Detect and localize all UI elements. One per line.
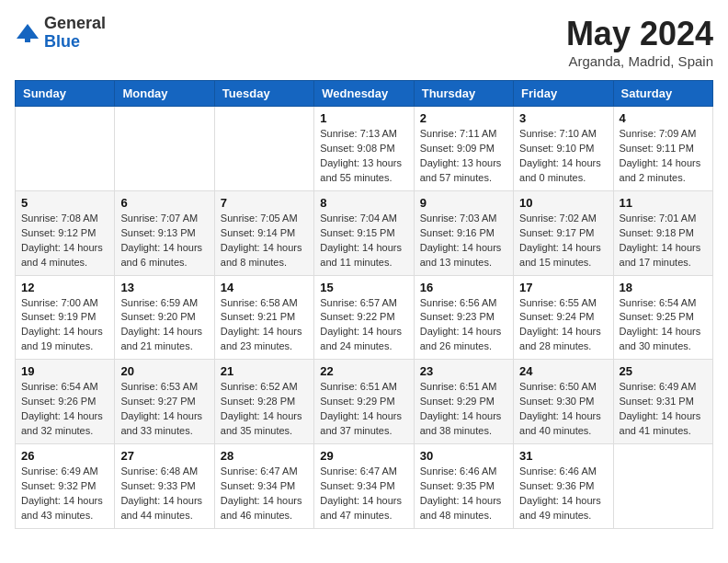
day-info-line: Sunset: 9:28 PM [221,395,308,409]
day-info-line: and 21 minutes. [120,339,208,354]
day-number: 15 [320,281,407,294]
logo: General Blue [15,15,106,52]
day-info-line: Sunrise: 6:54 AM [620,296,707,311]
day-info: Sunrise: 6:47 AMSunset: 9:34 PMDaylight:… [221,465,308,523]
day-info-line: Sunrise: 6:51 AM [320,380,407,395]
day-number: 20 [120,364,208,378]
day-info: Sunrise: 7:13 AMSunset: 9:08 PMDaylight:… [320,127,407,186]
day-info-line: Sunset: 9:15 PM [320,226,407,241]
calendar-day-1: 1Sunrise: 7:13 AMSunset: 9:08 PMDaylight… [314,107,414,191]
logo-general: General [44,15,106,33]
day-info-line: and 4 minutes. [21,256,108,270]
day-info: Sunrise: 6:49 AMSunset: 9:32 PMDaylight:… [21,465,108,523]
day-info-line: Sunrise: 7:11 AM [420,127,507,142]
day-info-line: Daylight: 14 hours [620,241,707,256]
day-info-line: Sunset: 9:29 PM [320,395,407,409]
day-info-line: Daylight: 14 hours [519,494,607,509]
calendar-day-16: 16Sunrise: 6:56 AMSunset: 9:23 PMDayligh… [414,275,513,360]
day-info-line: Sunrise: 6:47 AM [320,465,407,479]
day-info-line: Daylight: 13 hours [420,156,507,171]
day-info-line: and 47 minutes. [320,509,407,523]
day-info-line: Daylight: 13 hours [320,156,407,171]
calendar-day-13: 13Sunrise: 6:59 AMSunset: 9:20 PMDayligh… [115,275,214,360]
day-info: Sunrise: 6:51 AMSunset: 9:29 PMDaylight:… [420,380,507,439]
calendar-week-row: 1Sunrise: 7:13 AMSunset: 9:08 PMDaylight… [16,107,713,191]
day-info-line: and 24 minutes. [320,339,407,354]
day-info: Sunrise: 6:54 AMSunset: 9:25 PMDaylight:… [620,296,707,355]
day-number: 30 [420,449,507,463]
day-number: 26 [21,449,108,463]
day-info-line: and 35 minutes. [221,424,308,439]
calendar-day-26: 26Sunrise: 6:49 AMSunset: 9:32 PMDayligh… [16,444,115,529]
day-info-line: Daylight: 14 hours [320,241,407,256]
day-info-line: and 0 minutes. [519,171,607,186]
day-info-line: Sunrise: 6:47 AM [221,465,308,479]
calendar-day-5: 5Sunrise: 7:08 AMSunset: 9:12 PMDaylight… [16,190,115,275]
day-info-line: Sunset: 9:13 PM [120,226,208,241]
day-info-line: Daylight: 14 hours [120,409,208,424]
day-number: 14 [221,281,308,294]
calendar-table: SundayMondayTuesdayWednesdayThursdayFrid… [15,80,713,529]
day-number: 9 [420,196,507,210]
day-info-line: and 19 minutes. [21,339,108,354]
day-info-line: Sunset: 9:35 PM [420,479,507,494]
day-info: Sunrise: 7:03 AMSunset: 9:16 PMDaylight:… [420,212,507,270]
day-info-line: Sunrise: 7:05 AM [221,212,308,226]
day-number: 23 [420,364,507,378]
day-info-line: and 26 minutes. [420,339,507,354]
day-number: 29 [320,449,407,463]
day-info-line: Sunset: 9:08 PM [320,142,407,156]
calendar-day-6: 6Sunrise: 7:07 AMSunset: 9:13 PMDaylight… [115,190,214,275]
day-info-line: Sunrise: 7:08 AM [21,212,108,226]
day-info-line: Sunset: 9:16 PM [420,226,507,241]
weekday-header-saturday: Saturday [613,81,712,107]
day-info-line: Sunset: 9:24 PM [519,310,607,325]
empty-cell [214,107,313,191]
day-info-line: and 32 minutes. [21,424,108,439]
calendar-day-27: 27Sunrise: 6:48 AMSunset: 9:33 PMDayligh… [115,444,214,529]
day-info: Sunrise: 6:53 AMSunset: 9:27 PMDaylight:… [120,380,208,439]
day-info-line: Daylight: 14 hours [420,241,507,256]
day-number: 17 [519,281,607,294]
day-info-line: Sunset: 9:34 PM [320,479,407,494]
weekday-header-thursday: Thursday [414,81,513,107]
day-info-line: Sunrise: 6:46 AM [420,465,507,479]
calendar-day-9: 9Sunrise: 7:03 AMSunset: 9:16 PMDaylight… [414,190,513,275]
day-info-line: Sunset: 9:20 PM [120,310,208,325]
day-info-line: and 15 minutes. [519,256,607,270]
day-info-line: Sunrise: 6:50 AM [519,380,607,395]
calendar-day-11: 11Sunrise: 7:01 AMSunset: 9:18 PMDayligh… [613,190,712,275]
day-info-line: Daylight: 14 hours [320,409,407,424]
day-info-line: Sunset: 9:19 PM [21,310,108,325]
day-number: 3 [519,111,607,125]
day-number: 27 [120,449,208,463]
day-info-line: and 6 minutes. [120,256,208,270]
day-info-line: Sunset: 9:26 PM [21,395,108,409]
weekday-header-sunday: Sunday [16,81,115,107]
day-number: 7 [221,196,308,210]
svg-marker-0 [17,24,39,39]
day-info: Sunrise: 6:56 AMSunset: 9:23 PMDaylight:… [420,296,507,355]
day-number: 8 [320,196,407,210]
day-info-line: Sunrise: 6:49 AM [620,380,707,395]
weekday-header-friday: Friday [514,81,613,107]
day-info: Sunrise: 7:09 AMSunset: 9:11 PMDaylight:… [620,127,707,186]
day-info-line: Daylight: 14 hours [620,156,707,171]
calendar-day-2: 2Sunrise: 7:11 AMSunset: 9:09 PMDaylight… [414,107,513,191]
day-info-line: Daylight: 14 hours [620,325,707,339]
day-number: 11 [620,196,707,210]
day-info: Sunrise: 6:52 AMSunset: 9:28 PMDaylight:… [221,380,308,439]
day-info: Sunrise: 6:51 AMSunset: 9:29 PMDaylight:… [320,380,407,439]
day-info-line: and 17 minutes. [620,256,707,270]
day-info-line: and 8 minutes. [221,256,308,270]
title-block: May 2024 Arganda, Madrid, Spain [566,15,713,69]
empty-cell [613,444,712,529]
calendar-day-8: 8Sunrise: 7:04 AMSunset: 9:15 PMDaylight… [314,190,414,275]
logo-icon [15,20,40,46]
calendar-week-row: 26Sunrise: 6:49 AMSunset: 9:32 PMDayligh… [16,444,713,529]
calendar-day-3: 3Sunrise: 7:10 AMSunset: 9:10 PMDaylight… [514,107,613,191]
calendar-day-29: 29Sunrise: 6:47 AMSunset: 9:34 PMDayligh… [314,444,414,529]
day-info-line: Daylight: 14 hours [21,494,108,509]
day-info-line: and 38 minutes. [420,424,507,439]
day-info-line: Sunrise: 7:07 AM [120,212,208,226]
